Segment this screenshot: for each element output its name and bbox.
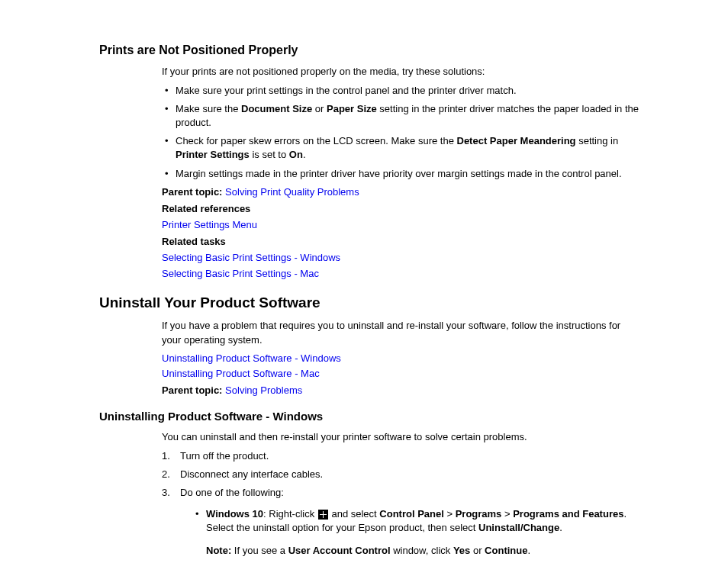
step-item: Do one of the following: Windows 10: Rig… [162,486,640,558]
parent-topic-link[interactable]: Solving Print Quality Problems [225,185,359,199]
related-tasks-label: Related tasks [162,235,640,249]
windows-start-icon [318,510,328,520]
parent-topic-line: Parent topic: Solving Problems [162,384,640,397]
step-item: Disconnect any interface cables. [162,468,640,481]
section2-intro: If you have a problem that requires you … [162,319,640,346]
bullet-item: Make sure the Document Size or Paper Siz… [162,102,640,130]
related-references-label: Related references [162,202,640,216]
section1-heading: Prints are Not Positioned Properly [99,42,640,59]
parent-topic-link[interactable]: Solving Problems [225,384,302,397]
sub-bullet-item: Windows 10: Right-click and select Contr… [192,507,640,558]
bullet-item: Check for paper skew errors on the LCD s… [162,134,640,162]
section2-heading: Uninstall Your Product Software [99,293,640,314]
section1-intro: If your prints are not positioned proper… [162,65,640,79]
related-task-link[interactable]: Selecting Basic Print Settings - Windows [162,251,640,265]
step-item: Turn off the product. [162,449,640,463]
subsection-link[interactable]: Uninstalling Product Software - Windows [162,352,640,365]
related-task-link[interactable]: Selecting Basic Print Settings - Mac [162,267,640,281]
parent-topic-line: Parent topic: Solving Print Quality Prob… [162,185,640,199]
steps-list: Turn off the product. Disconnect any int… [162,449,640,558]
section3-intro: You can uninstall and then re-install yo… [162,430,640,444]
subsection-link[interactable]: Uninstalling Product Software - Mac [162,367,640,381]
bullet-item: Make sure your print settings in the con… [162,84,640,98]
section3-heading: Uninstalling Product Software - Windows [99,408,640,424]
bullet-item: Margin settings made in the printer driv… [162,167,640,181]
section1-bullet-list: Make sure your print settings in the con… [162,84,640,181]
related-reference-link[interactable]: Printer Settings Menu [162,218,257,232]
